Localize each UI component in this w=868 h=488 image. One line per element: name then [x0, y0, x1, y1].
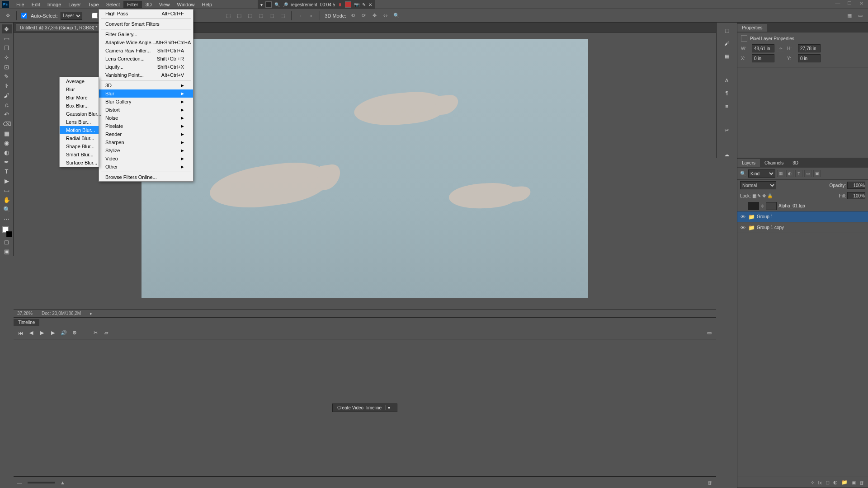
filter-menu-item[interactable]: Noise▶: [99, 114, 193, 122]
menu-file[interactable]: File: [13, 1, 28, 8]
menu-edit[interactable]: Edit: [28, 1, 44, 8]
filter-menu-item[interactable]: Distort▶: [99, 106, 193, 114]
align-right-icon[interactable]: ⬚: [246, 12, 254, 20]
link-layers-icon[interactable]: ⟡: [811, 479, 814, 485]
marquee-tool[interactable]: ▭: [2, 34, 12, 43]
screen-mode-tool[interactable]: ▣: [2, 247, 12, 256]
layer-mask-icon[interactable]: ◻: [826, 479, 830, 485]
delete-layer-icon[interactable]: 🗑: [859, 480, 864, 485]
gradient-tool[interactable]: ▦: [2, 129, 12, 138]
workspace-switcher-icon[interactable]: ▦: [845, 12, 854, 20]
layer-row[interactable]: 👁📁Group 1: [737, 211, 868, 222]
filter-menu-item[interactable]: Pixelate▶: [99, 122, 193, 130]
align-center-v-icon[interactable]: ⬚: [268, 12, 276, 20]
distribute-icon[interactable]: ᱿: [307, 12, 315, 20]
layer-row[interactable]: ⟡Alpha_01.tga: [737, 201, 868, 211]
group-icon[interactable]: 📁: [841, 479, 848, 485]
color-swatches[interactable]: [1, 226, 12, 237]
filter-menu-item[interactable]: Other▶: [99, 163, 193, 171]
paragraph-panel-icon[interactable]: ¶: [722, 90, 731, 96]
auto-select-checkbox[interactable]: [21, 13, 27, 19]
zoom-level[interactable]: 37,28%: [17, 311, 33, 316]
y-input[interactable]: [798, 54, 821, 62]
blur-menu-item[interactable]: Motion Blur...: [60, 126, 99, 134]
timeline-zoom-out-icon[interactable]: —: [17, 480, 22, 485]
filter-smart-icon[interactable]: ▣: [813, 170, 821, 177]
filter-adjust-icon[interactable]: ◐: [786, 170, 793, 177]
new-layer-icon[interactable]: ▣: [851, 479, 856, 485]
filter-menu-item[interactable]: Render▶: [99, 130, 193, 138]
quick-mask-tool[interactable]: ◻: [2, 237, 12, 246]
menu-window[interactable]: Window: [173, 1, 198, 8]
filter-menu-item[interactable]: Lens Correction...Shift+Ctrl+R: [99, 55, 193, 63]
eyedropper-tool[interactable]: ✎: [2, 72, 12, 81]
blur-menu-item[interactable]: Average: [60, 77, 99, 85]
filter-menu-item[interactable]: Adaptive Wide Angle...Alt+Shift+Ctrl+A: [99, 38, 193, 47]
brush-tool[interactable]: 🖌: [2, 91, 12, 100]
layer-visibility-icon[interactable]: 👁: [739, 225, 746, 230]
filter-menu-item[interactable]: Liquify...Shift+Ctrl+X: [99, 63, 193, 71]
filter-menu-item[interactable]: Video▶: [99, 155, 193, 163]
blur-tool[interactable]: ◉: [2, 138, 12, 147]
3d-roll-icon[interactable]: ⟳: [360, 12, 368, 20]
path-selection-tool[interactable]: ▶: [2, 176, 12, 185]
create-video-timeline-button[interactable]: Create Video Timeline ▾: [332, 404, 397, 412]
3d-pan-icon[interactable]: ✥: [371, 12, 379, 20]
properties-tab[interactable]: Properties: [737, 24, 767, 32]
layer-fx-icon[interactable]: fx: [818, 480, 822, 485]
timeline-next-frame-icon[interactable]: ▶: [50, 330, 56, 336]
filter-menu-item[interactable]: Blur Gallery▶: [99, 98, 193, 106]
show-transform-checkbox[interactable]: [92, 13, 98, 19]
timeline-prev-frame-icon[interactable]: ◀: [28, 330, 34, 336]
filter-pixel-icon[interactable]: ▦: [777, 170, 784, 177]
align-bottom-icon[interactable]: ⬚: [278, 12, 287, 20]
width-input[interactable]: [752, 44, 774, 52]
filter-menu-item[interactable]: Vanishing Point...Alt+Ctrl+V: [99, 71, 193, 79]
timeline-trash-icon[interactable]: 🗑: [708, 480, 712, 485]
dodge-tool[interactable]: ◐: [2, 148, 12, 157]
timeline-play-icon[interactable]: ▶: [39, 330, 45, 336]
filter-shape-icon[interactable]: ▭: [804, 170, 811, 177]
blur-menu-item[interactable]: Blur: [60, 85, 99, 94]
timeline-transition-icon[interactable]: ▱: [103, 330, 109, 336]
history-brush-tool[interactable]: ↶: [2, 110, 12, 119]
type-tool[interactable]: T: [2, 167, 12, 176]
filter-menu[interactable]: High PassAlt+Ctrl+FConvert for Smart Fil…: [99, 9, 193, 182]
eraser-tool[interactable]: ⌫: [2, 119, 12, 128]
panel-tab-3d[interactable]: 3D: [788, 159, 803, 167]
blur-submenu[interactable]: AverageBlurBlur MoreBox Blur...Gaussian …: [59, 77, 99, 167]
panel-tab-layers[interactable]: Layers: [737, 159, 760, 167]
character-panel-icon[interactable]: A: [722, 77, 731, 84]
history-panel-icon[interactable]: ⬚: [722, 27, 731, 33]
align-left-icon[interactable]: ⬚: [224, 12, 232, 20]
timeline-split-icon[interactable]: ✂: [92, 330, 99, 336]
blur-menu-item[interactable]: Blur More: [60, 94, 99, 102]
filter-menu-item[interactable]: High PassAlt+Ctrl+F: [99, 9, 193, 18]
minimize-button[interactable]: —: [833, 0, 843, 7]
brush-panel-icon[interactable]: 🖌: [722, 40, 731, 46]
timeline-first-frame-icon[interactable]: ⏮: [17, 330, 24, 336]
adjustment-layer-icon[interactable]: ◐: [833, 479, 838, 485]
filter-menu-item[interactable]: Camera Raw Filter...Shift+Ctrl+A: [99, 47, 193, 55]
magic-wand-tool[interactable]: ✧: [2, 53, 12, 62]
auto-select-target[interactable]: Layer: [61, 12, 82, 20]
blur-menu-item[interactable]: Gaussian Blur...: [60, 110, 99, 118]
blend-mode-select[interactable]: Normal: [740, 181, 776, 189]
link-dimensions-icon[interactable]: ⟡: [777, 45, 784, 52]
crop-tool[interactable]: ⊡: [2, 62, 12, 71]
distribute-icon[interactable]: ᱿: [296, 12, 304, 20]
scissors-panel-icon[interactable]: ✂: [722, 127, 731, 134]
opacity-input[interactable]: [847, 182, 865, 189]
timeline-zoom-in-icon[interactable]: ▲: [60, 480, 65, 485]
layer-filter-kind[interactable]: Kind: [748, 169, 775, 178]
move-tool[interactable]: ✥: [2, 24, 12, 33]
menu-type[interactable]: Type: [85, 1, 103, 8]
timeline-zoom-icon[interactable]: ▭: [706, 330, 712, 336]
document-canvas[interactable]: [142, 39, 588, 298]
timeline-tab[interactable]: Timeline: [14, 319, 39, 326]
3d-slide-icon[interactable]: ⇔: [382, 12, 390, 20]
x-input[interactable]: [752, 54, 774, 62]
clone-stamp-tool[interactable]: ⎌: [2, 100, 12, 109]
align-top-icon[interactable]: ⬚: [257, 12, 265, 20]
filter-menu-item[interactable]: Convert for Smart Filters: [99, 20, 193, 28]
